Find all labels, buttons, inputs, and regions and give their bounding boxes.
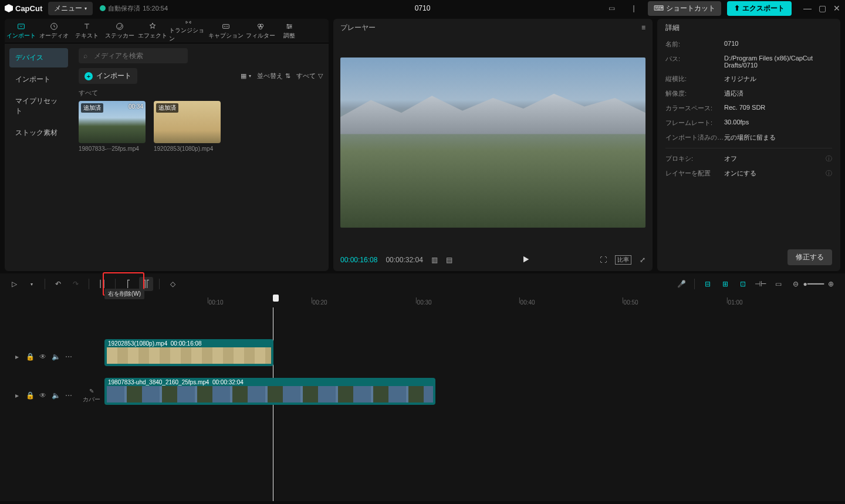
detail-resolution: 適応済 — [724, 89, 832, 98]
project-title: 0710 — [415, 4, 431, 12]
tool-tabs: インポート オーディオ テキスト ステッカー エフェクト トランジション キャプ… — [5, 19, 329, 43]
titlebar: CapCut メニュー▾ 自動保存済 15:20:54 0710 ▭ | ⌨ シ… — [0, 0, 845, 16]
keyboard-icon: ⌨ — [654, 4, 664, 12]
media-search-input[interactable] — [79, 48, 188, 63]
tab-sticker[interactable]: ステッカー — [103, 19, 136, 43]
upload-icon: ⬆ — [734, 4, 740, 12]
play-button[interactable] — [521, 255, 530, 266]
side-tab-stock[interactable]: ストック素材 — [9, 123, 68, 143]
timeline-ruler[interactable]: |00:10 |00:20 |00:30 |00:40 |00:50 |01:0… — [104, 295, 845, 307]
timeline-toolbar: ▷ ▾ ↶ ↷ ⎮⎮ ⎡ ⎤⎡ ◇ 右を削除(W) 🎤 ⊟ ⊞ ⊡ ⊣⊢ ▭ ⊖… — [0, 273, 845, 295]
sort-button[interactable]: 並べ替え ⇅ — [257, 72, 290, 80]
mute-icon[interactable]: 🔈 — [52, 353, 60, 361]
track-header: ▸ 🔒 👁 🔈 ⋯ — [0, 378, 79, 413]
side-tab-presets[interactable]: マイプリセット — [9, 92, 68, 121]
redo-button[interactable]: ↷ — [69, 277, 83, 291]
timeline-panel: ▷ ▾ ↶ ↷ ⎮⎮ ⎡ ⎤⎡ ◇ 右を削除(W) 🎤 ⊟ ⊞ ⊡ ⊣⊢ ▭ ⊖… — [0, 273, 845, 501]
tab-transition[interactable]: トランジション — [169, 19, 208, 43]
cover-button[interactable]: ✎ カバー — [79, 388, 104, 404]
snap-button[interactable]: ⊟ — [701, 277, 715, 291]
tab-import[interactable]: インポート — [5, 19, 38, 43]
linkage-button[interactable]: ⊞ — [718, 277, 732, 291]
player-panel: プレーヤー ≡ 00:00:16:08 00:00:32:04 ▥ ▤ ⛶ 比率… — [333, 19, 653, 271]
tracks-area[interactable]: ▸ 🔒 👁 🔈 ⋯ 19202853(1080p).mp4 00:00:16:0… — [0, 307, 845, 501]
compare-icon[interactable]: ▥ — [431, 256, 438, 264]
side-tab-device[interactable]: デバイス — [9, 48, 68, 67]
media-side-tabs: デバイス インポート マイプリセット ストック素材 — [5, 43, 73, 271]
shortcut-button[interactable]: ⌨ ショートカット — [648, 1, 721, 16]
select-tool-button[interactable]: ▷ — [7, 277, 21, 291]
pencil-icon: ✎ — [89, 388, 94, 394]
svg-point-2 — [117, 23, 123, 30]
import-media-button[interactable]: + インポート — [79, 68, 137, 84]
tab-text[interactable]: テキスト — [70, 19, 103, 43]
track-toggle-icon[interactable]: ▸ — [13, 391, 21, 400]
close-button[interactable]: ✕ — [833, 4, 840, 13]
info-icon[interactable]: ⓘ — [826, 169, 832, 178]
video-preview[interactable] — [340, 57, 645, 228]
timeline-clip-main[interactable]: 19807833-uhd_3840_2160_25fps.mp4 00:00:3… — [104, 378, 435, 405]
added-badge: 追加済 — [81, 103, 103, 113]
tab-caption[interactable]: キャプション — [208, 19, 244, 43]
search-icon: ⌕ — [83, 52, 87, 60]
clip-name: 19202853(1080p).mp4 — [154, 146, 221, 152]
detail-proxy: オフ — [724, 154, 826, 163]
lock-icon[interactable]: 🔒 — [26, 391, 34, 400]
track-height-button[interactable]: ▭ — [771, 277, 785, 291]
playhead-handle[interactable] — [273, 295, 279, 302]
detail-name: 0710 — [724, 40, 832, 49]
preview-axis-button[interactable]: ⊡ — [736, 277, 750, 291]
media-clip[interactable]: 追加済 00:34 19807833-···25fps.mp4 — [79, 101, 146, 152]
more-icon[interactable]: ⋯ — [65, 353, 73, 361]
tab-adjust[interactable]: 調整 — [277, 19, 302, 43]
added-badge: 追加済 — [156, 103, 178, 113]
clip-name: 19807833-···25fps.mp4 — [79, 146, 146, 152]
tab-effect[interactable]: エフェクト — [136, 19, 169, 43]
detail-layers: オンにする — [724, 169, 826, 178]
layout-icon[interactable]: ▭ — [603, 2, 620, 14]
detail-aspect: オリジナル — [724, 75, 832, 83]
media-panel: インポート オーディオ テキスト ステッカー エフェクト トランジション キャプ… — [5, 19, 329, 271]
mic-button[interactable]: 🎤 — [674, 277, 688, 291]
eye-icon[interactable]: 👁 — [39, 391, 47, 400]
timeline-clip[interactable]: 19202853(1080p).mp4 00:00:16:08 — [104, 339, 273, 366]
filter-all-button[interactable]: すべて ▽ — [296, 72, 323, 80]
grid-icon[interactable]: ▤ — [446, 256, 452, 264]
eye-icon[interactable]: 👁 — [39, 353, 47, 361]
fullscreen-icon[interactable]: ⤢ — [640, 256, 645, 264]
fix-button[interactable]: 修正する — [787, 249, 832, 265]
crop-icon[interactable]: ⛶ — [600, 256, 607, 264]
more-icon[interactable]: ⋯ — [65, 391, 73, 400]
media-clip[interactable]: 追加済 19202853(1080p).mp4 — [154, 101, 221, 152]
total-timecode: 00:00:32:04 — [386, 256, 422, 264]
section-label: すべて — [79, 89, 323, 97]
app-logo: CapCut — [5, 4, 42, 13]
zoom-slider[interactable]: ●━━━━ — [806, 277, 820, 291]
tool-dropdown[interactable]: ▾ — [25, 277, 39, 291]
zoom-out-button[interactable]: ⊖ — [789, 277, 803, 291]
autosave-dot-icon — [100, 5, 106, 11]
view-mode-toggle[interactable]: ▦ ▾ — [241, 72, 251, 80]
minimize-button[interactable]: — — [803, 4, 812, 13]
logo-text: CapCut — [15, 4, 42, 13]
undo-button[interactable]: ↶ — [51, 277, 65, 291]
maximize-button[interactable]: ▢ — [819, 4, 826, 13]
marker-button[interactable]: ◇ — [165, 277, 180, 291]
player-menu-icon[interactable]: ≡ — [641, 23, 645, 32]
ratio-icon[interactable]: 比率 — [615, 255, 631, 265]
export-button[interactable]: ⬆ エクスポート — [727, 1, 792, 16]
track-header: ▸ 🔒 👁 🔈 ⋯ — [0, 339, 79, 374]
side-tab-import[interactable]: インポート — [9, 70, 68, 89]
info-icon[interactable]: ⓘ — [826, 154, 832, 163]
mute-icon[interactable]: 🔈 — [52, 391, 60, 400]
align-button[interactable]: ⊣⊢ — [753, 277, 768, 291]
tab-filter[interactable]: フィルター — [244, 19, 277, 43]
detail-imported: 元の場所に留まる — [724, 133, 832, 142]
track-toggle-icon[interactable]: ▸ — [13, 353, 21, 361]
tab-audio[interactable]: オーディオ — [38, 19, 70, 43]
detail-colorspace: Rec. 709 SDR — [724, 104, 832, 113]
zoom-in-button[interactable]: ⊕ — [824, 277, 838, 291]
menu-button[interactable]: メニュー▾ — [48, 2, 93, 15]
logo-icon — [5, 4, 13, 12]
lock-icon[interactable]: 🔒 — [26, 353, 34, 361]
